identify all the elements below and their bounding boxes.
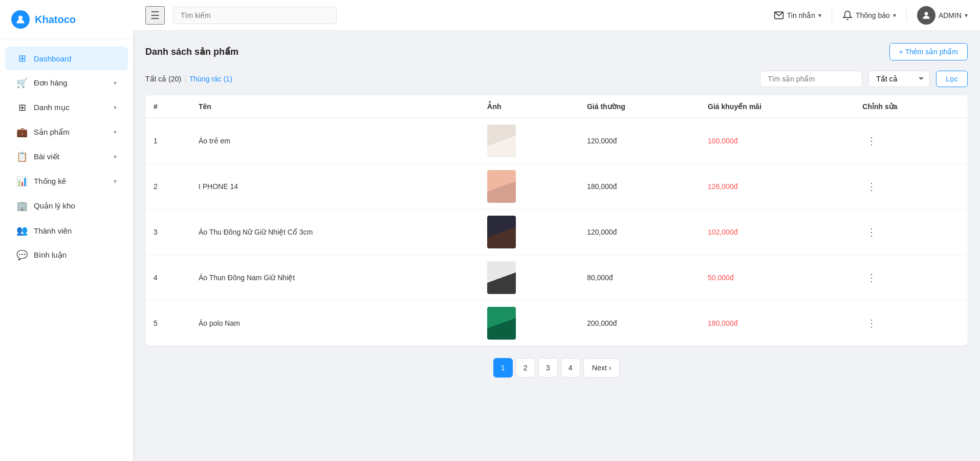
add-product-button[interactable]: + Thêm sản phẩm bbox=[889, 43, 968, 60]
sidebar-nav: ⊞ Dashboard 🛒 Đơn hàng ▾ ⊞ Danh mục ▾ 💼 … bbox=[0, 39, 133, 274]
cell-image bbox=[479, 164, 579, 209]
next-button[interactable]: Next › bbox=[583, 358, 620, 378]
sidebar-item-categories[interactable]: ⊞ Danh mục ▾ bbox=[5, 96, 128, 119]
header-actions: Tin nhắn ▾ Thông báo ▾ ADMIN ▾ bbox=[774, 6, 968, 25]
products-icon: 💼 bbox=[16, 127, 28, 138]
notifications-label: Thông báo bbox=[856, 11, 890, 19]
cell-price: 80,000đ bbox=[579, 255, 700, 301]
action-menu-button[interactable]: ⋮ bbox=[862, 179, 881, 194]
menu-toggle-button[interactable]: ☰ bbox=[145, 6, 165, 25]
sidebar-label-products: Sản phẩm bbox=[34, 128, 70, 137]
logo: Khatoco bbox=[0, 0, 133, 39]
filter-select[interactable]: Tất cả bbox=[868, 71, 930, 87]
sidebar-item-statistics[interactable]: 📊 Thống kê ▾ bbox=[5, 170, 128, 193]
chevron-down-icon: ▾ bbox=[818, 12, 821, 19]
products-table-wrap: # Tên Ảnh Giá thường Giá khuyến mãi Chỉn… bbox=[145, 95, 968, 346]
product-search-container bbox=[760, 71, 862, 87]
filter-button[interactable]: Lọc bbox=[936, 71, 968, 87]
sidebar-item-comments[interactable]: 💬 Bình luận bbox=[5, 243, 128, 267]
pagination: 1 2 3 4 Next › bbox=[145, 358, 968, 378]
search-input[interactable] bbox=[173, 7, 337, 24]
sidebar-label-dashboard: Dashboard bbox=[34, 54, 71, 63]
user-menu-button[interactable]: ADMIN ▾ bbox=[917, 6, 968, 25]
filter-bar: Tất cả (20) | Thùng rác (1) Tất cả Lọc bbox=[145, 71, 968, 87]
search-container bbox=[173, 7, 337, 24]
sidebar-item-dashboard[interactable]: ⊞ Dashboard bbox=[5, 47, 128, 70]
avatar bbox=[917, 6, 935, 25]
product-image bbox=[487, 170, 516, 203]
cell-actions: ⋮ bbox=[854, 118, 968, 164]
cell-price: 200,000đ bbox=[579, 301, 700, 346]
col-image: Ảnh bbox=[479, 95, 579, 118]
sidebar-item-orders[interactable]: 🛒 Đơn hàng ▾ bbox=[5, 71, 128, 95]
logo-icon bbox=[11, 10, 30, 29]
page-button-3[interactable]: 3 bbox=[538, 358, 558, 378]
sidebar-item-members[interactable]: 👥 Thành viên bbox=[5, 219, 128, 242]
cell-actions: ⋮ bbox=[854, 301, 968, 346]
sidebar-item-warehouse[interactable]: 🏢 Quản lý kho bbox=[5, 194, 128, 218]
action-menu-button[interactable]: ⋮ bbox=[862, 224, 881, 240]
cell-price: 120,000đ bbox=[579, 118, 700, 164]
product-image bbox=[487, 261, 516, 294]
table-row: 2 I PHONE 14 180,000đ 126,000đ ⋮ bbox=[145, 164, 968, 209]
cell-actions: ⋮ bbox=[854, 164, 968, 209]
cell-id: 2 bbox=[145, 164, 190, 209]
comments-icon: 💬 bbox=[16, 249, 28, 261]
cell-id: 5 bbox=[145, 301, 190, 346]
articles-icon: 📋 bbox=[16, 151, 28, 162]
sidebar-label-orders: Đơn hàng bbox=[34, 78, 68, 88]
chevron-down-icon: ▾ bbox=[893, 12, 896, 19]
warehouse-icon: 🏢 bbox=[16, 200, 28, 212]
chevron-down-icon: ▾ bbox=[114, 153, 117, 160]
page-button-1[interactable]: 1 bbox=[493, 358, 513, 378]
dashboard-icon: ⊞ bbox=[16, 53, 28, 64]
cell-id: 3 bbox=[145, 209, 190, 255]
messages-button[interactable]: Tin nhắn ▾ bbox=[774, 10, 821, 20]
table-row: 5 Áo polo Nam 200,000đ 180,000đ ⋮ bbox=[145, 301, 968, 346]
col-number: # bbox=[145, 95, 190, 118]
product-image bbox=[487, 216, 516, 248]
sidebar-label-statistics: Thống kê bbox=[34, 177, 66, 186]
sidebar-label-warehouse: Quản lý kho bbox=[34, 201, 75, 211]
content-header: Danh sách sản phẩm + Thêm sản phẩm bbox=[145, 43, 968, 60]
action-menu-button[interactable]: ⋮ bbox=[862, 133, 881, 149]
chevron-down-icon: ▾ bbox=[965, 12, 968, 19]
action-menu-button[interactable]: ⋮ bbox=[862, 270, 881, 285]
cell-price: 120,000đ bbox=[579, 209, 700, 255]
page-button-2[interactable]: 2 bbox=[516, 358, 535, 378]
filter-tabs: Tất cả (20) | Thùng rác (1) bbox=[145, 75, 232, 83]
product-search-input[interactable] bbox=[760, 71, 862, 87]
cell-name: Áo polo Nam bbox=[190, 301, 479, 346]
cell-image bbox=[479, 301, 579, 346]
messages-label: Tin nhắn bbox=[787, 11, 815, 19]
table-row: 4 Áo Thun Đông Nam Giữ Nhiệt 80,000đ 50,… bbox=[145, 255, 968, 301]
cell-image bbox=[479, 118, 579, 164]
col-price: Giá thường bbox=[579, 95, 700, 118]
product-image bbox=[487, 307, 516, 340]
sidebar-label-members: Thành viên bbox=[34, 226, 72, 235]
cell-sale-price: 102,000đ bbox=[700, 209, 854, 255]
page-button-4[interactable]: 4 bbox=[561, 358, 580, 378]
filter-tab-trash[interactable]: Thùng rác (1) bbox=[189, 75, 232, 83]
cell-name: I PHONE 14 bbox=[190, 164, 479, 209]
filter-tab-all[interactable]: Tất cả (20) bbox=[145, 75, 181, 83]
product-image bbox=[487, 124, 516, 157]
sidebar-label-categories: Danh mục bbox=[34, 103, 70, 112]
sidebar-item-articles[interactable]: 📋 Bài viết ▾ bbox=[5, 145, 128, 169]
next-label: Next bbox=[592, 364, 607, 372]
sidebar: Khatoco ⊞ Dashboard 🛒 Đơn hàng ▾ ⊞ Danh … bbox=[0, 0, 133, 461]
user-label: ADMIN bbox=[939, 11, 962, 19]
cell-actions: ⋮ bbox=[854, 255, 968, 301]
main-area: ☰ Tin nhắn ▾ Thông báo ▾ ADMIN bbox=[133, 0, 980, 461]
sidebar-label-articles: Bài viết bbox=[34, 152, 59, 161]
sidebar-item-products[interactable]: 💼 Sản phẩm ▾ bbox=[5, 120, 128, 144]
cell-name: Áo trẻ em bbox=[190, 118, 479, 164]
notifications-button[interactable]: Thông báo ▾ bbox=[842, 10, 896, 20]
sidebar-label-comments: Bình luận bbox=[34, 250, 67, 260]
cell-sale-price: 50,000đ bbox=[700, 255, 854, 301]
cell-sale-price: 126,000đ bbox=[700, 164, 854, 209]
chevron-down-icon: ▾ bbox=[114, 79, 117, 87]
action-menu-button[interactable]: ⋮ bbox=[862, 316, 881, 331]
cell-image bbox=[479, 209, 579, 255]
table-row: 1 Áo trẻ em 120,000đ 100,000đ ⋮ bbox=[145, 118, 968, 164]
